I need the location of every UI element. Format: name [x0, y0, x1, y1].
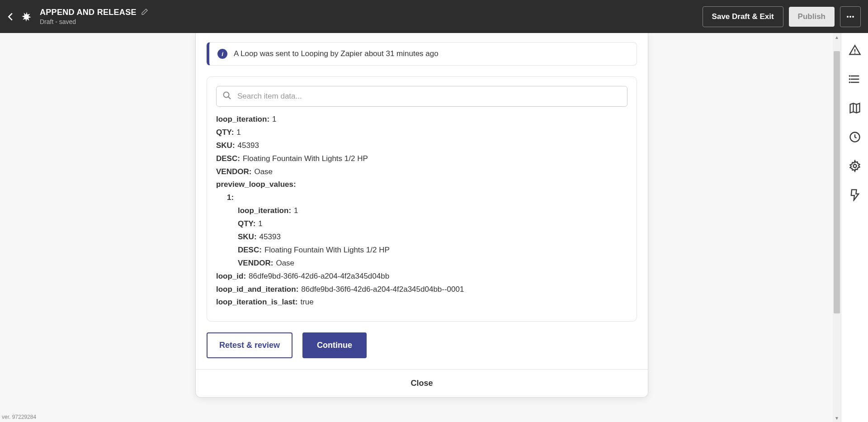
version-label: ver. 97229284	[2, 414, 36, 420]
header-left: APPEND AND RELEASE Draft - saved	[7, 8, 148, 25]
svg-point-0	[847, 16, 849, 18]
dots-horizontal-icon	[846, 12, 855, 21]
page-title: APPEND AND RELEASE	[40, 8, 137, 17]
chevron-left-icon	[7, 12, 14, 21]
header-right: Save Draft & Exit Publish	[703, 6, 861, 27]
data-key: 1:	[227, 191, 234, 204]
step-panel: i A Loop was sent to Looping by Zapier a…	[195, 33, 648, 398]
data-row: DESC:Floating Fountain With Lights 1/2 H…	[216, 152, 624, 166]
scroll-down-arrow-icon[interactable]: ▼	[833, 414, 841, 422]
data-row: loop_iteration:1	[216, 204, 624, 218]
svg-point-9	[853, 165, 856, 168]
info-banner-text: A Loop was sent to Looping by Zapier abo…	[234, 49, 439, 58]
data-value: Oase	[276, 257, 294, 270]
data-value: 1	[290, 309, 294, 312]
info-banner: i A Loop was sent to Looping by Zapier a…	[207, 42, 637, 66]
svg-point-2	[852, 16, 854, 18]
canvas-scrollbar[interactable]: ▲ ▼	[833, 33, 841, 422]
scrollbar-thumb[interactable]	[834, 51, 840, 313]
data-value: 1	[294, 204, 298, 218]
data-box: loop_iteration:1QTY:1SKU:45393DESC:Float…	[207, 76, 637, 322]
data-row: QTY:1	[216, 126, 624, 139]
map-icon[interactable]	[849, 102, 861, 114]
data-value: 1	[236, 126, 241, 139]
data-row: SKU:45393	[216, 139, 624, 152]
action-row: Retest & review Continue	[207, 332, 637, 360]
search-icon	[222, 91, 231, 102]
data-key: VENDOR:	[216, 166, 251, 179]
svg-point-5	[849, 75, 850, 77]
pencil-icon[interactable]	[141, 8, 148, 17]
continue-button[interactable]: Continue	[302, 332, 367, 358]
data-key: loop_iteration_is_last:	[216, 296, 297, 309]
data-row: loop_id:86dfe9bd-36f6-42d6-a204-4f2a345d…	[216, 270, 624, 283]
data-value: 1	[258, 218, 262, 231]
svg-point-6	[849, 78, 850, 80]
data-key: loop_iteration:	[238, 204, 291, 218]
data-value: 1	[272, 113, 276, 126]
publish-button[interactable]: Publish	[789, 7, 835, 27]
data-key: VENDOR:	[238, 257, 273, 270]
info-icon: i	[217, 49, 227, 59]
data-row: DESC:Floating Fountain With Lights 1/2 H…	[216, 244, 624, 257]
retest-button[interactable]: Retest & review	[207, 332, 292, 358]
svg-point-7	[849, 81, 850, 83]
svg-point-3	[224, 92, 229, 98]
data-row: QTY:1	[216, 218, 624, 231]
data-key: loop_iteration_last:	[216, 309, 287, 312]
power-icon[interactable]	[849, 189, 861, 201]
editor-canvas: i A Loop was sent to Looping by Zapier a…	[0, 33, 841, 422]
data-key: preview_loop_values:	[216, 178, 296, 191]
data-key: loop_iteration:	[216, 113, 269, 126]
zapier-logo-icon	[21, 11, 33, 23]
draft-status: Draft - saved	[40, 18, 148, 25]
data-key: DESC:	[238, 244, 262, 257]
app-header: APPEND AND RELEASE Draft - saved Save Dr…	[0, 0, 868, 33]
alerts-icon[interactable]	[849, 44, 861, 57]
data-key: loop_id_and_iteration:	[216, 283, 298, 296]
data-key: loop_id:	[216, 270, 246, 283]
data-row: 1:	[216, 191, 624, 204]
data-key: QTY:	[238, 218, 255, 231]
save-draft-button[interactable]: Save Draft & Exit	[703, 6, 783, 27]
data-key: SKU:	[238, 231, 257, 244]
data-row: VENDOR:Oase	[216, 166, 624, 179]
data-value: true	[300, 296, 313, 309]
back-button[interactable]	[7, 12, 14, 21]
data-value: 45393	[259, 231, 281, 244]
data-key: SKU:	[216, 139, 235, 152]
data-row: loop_iteration_last:1	[216, 309, 624, 312]
data-value: Oase	[254, 166, 273, 179]
scroll-up-arrow-icon[interactable]: ▲	[833, 33, 841, 41]
svg-point-1	[849, 16, 851, 18]
data-value: 86dfe9bd-36f6-42d6-a204-4f2a345d04bb	[249, 270, 389, 283]
data-value: Floating Fountain With Lights 1/2 HP	[264, 244, 390, 257]
title-block: APPEND AND RELEASE Draft - saved	[40, 8, 148, 25]
outline-icon[interactable]	[849, 73, 861, 85]
data-value: 45393	[238, 139, 259, 152]
right-sidebar	[841, 33, 868, 422]
main-area: i A Loop was sent to Looping by Zapier a…	[0, 33, 868, 422]
close-button[interactable]: Close	[196, 369, 648, 397]
data-value: Floating Fountain With Lights 1/2 HP	[243, 152, 368, 166]
data-list[interactable]: loop_iteration:1QTY:1SKU:45393DESC:Float…	[216, 113, 627, 312]
search-input[interactable]	[216, 86, 627, 107]
data-row: loop_iteration_is_last:true	[216, 296, 624, 309]
settings-icon[interactable]	[849, 160, 861, 172]
data-row: loop_id_and_iteration:86dfe9bd-36f6-42d6…	[216, 283, 624, 296]
data-row: SKU:45393	[216, 231, 624, 244]
data-value: 86dfe9bd-36f6-42d6-a204-4f2a345d04bb--00…	[301, 283, 464, 296]
history-icon[interactable]	[849, 131, 861, 143]
data-row: preview_loop_values:	[216, 178, 624, 191]
more-menu-button[interactable]	[840, 6, 861, 27]
data-key: QTY:	[216, 126, 234, 139]
svg-point-4	[854, 52, 855, 53]
data-row: loop_iteration:1	[216, 113, 624, 126]
data-row: VENDOR:Oase	[216, 257, 624, 270]
data-key: DESC:	[216, 152, 240, 166]
